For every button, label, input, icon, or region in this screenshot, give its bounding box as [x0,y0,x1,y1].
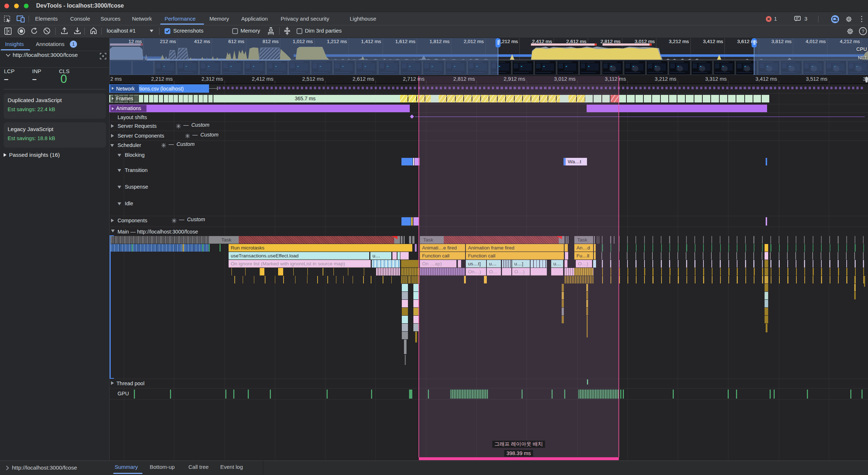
svg-text:?: ? [861,29,864,34]
